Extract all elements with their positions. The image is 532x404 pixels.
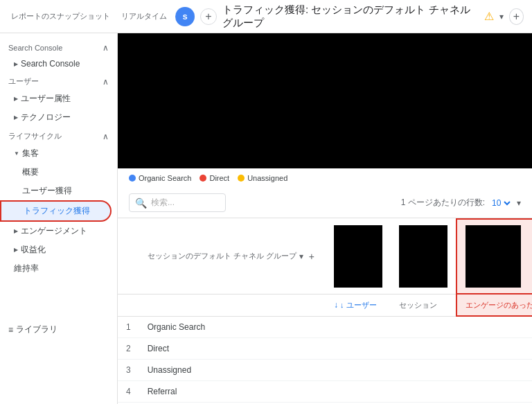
realtime-button[interactable]: リアルタイム <box>118 10 170 23</box>
table-row: 2 Direct <box>118 337 532 359</box>
row-sessions-3 <box>391 359 456 380</box>
row-channel-4: Referral <box>139 380 326 402</box>
row-engaged-1 <box>456 316 532 337</box>
col-channel-header[interactable]: セッションのデフォルト チャネル グループ ▾ + <box>139 219 326 294</box>
table-row: 4 Referral <box>118 380 532 402</box>
page-size-select[interactable]: 10 25 50 <box>489 197 513 209</box>
user-section-chevron-icon: ∧ <box>103 77 109 87</box>
row-users-1 <box>326 316 391 337</box>
top-bar: レポートのスナップショット リアルタイム s + トラフィック獲得: セッション… <box>0 0 532 33</box>
legend-organic-search: Organic Search <box>129 174 191 182</box>
row-sessions-1 <box>391 316 456 337</box>
user-section[interactable]: ユーザー ∧ <box>0 72 117 89</box>
sidebar-item-overview[interactable]: 概要 <box>0 163 112 182</box>
legend-dot-organic <box>129 175 136 182</box>
filter-row: 🔍 検索... 1 ページあたりの行数: 10 25 50 ▾ <box>118 188 532 218</box>
table-wrapper: セッションのデフォルト チャネル グループ ▾ + <box>118 218 532 404</box>
table-row: 1 Organic Search <box>118 316 532 337</box>
main-layout: Search Console ∧ Search Console ユーザー ∧ ユ… <box>0 33 532 404</box>
col-users-header[interactable] <box>326 219 391 294</box>
sidebar-item-retention[interactable]: 維持率 <box>0 259 112 278</box>
page-title: トラフィック獲得: セッションのデフォルト チャネル グループ ⚠ ▾ + <box>222 3 524 30</box>
row-num-4: 4 <box>118 380 139 402</box>
sidebar-item-engagement[interactable]: エンゲージメント <box>0 222 112 240</box>
search-console-section[interactable]: Search Console ∧ <box>0 39 117 55</box>
col-sessions-header[interactable] <box>391 219 456 294</box>
chart-legend: Organic Search Direct Unassigned <box>118 168 532 188</box>
col-users-sort-icon: ↓ <box>334 300 338 310</box>
warning-icon: ⚠ <box>484 10 494 23</box>
top-bar-left: レポートのスナップショット リアルタイム <box>8 10 170 23</box>
col-users-label[interactable]: ↓ ↓ ユーザー <box>326 294 391 316</box>
snapshot-button[interactable]: レポートのスナップショット <box>8 10 113 23</box>
search-console-chevron-icon: ∧ <box>103 43 109 53</box>
page-size-control: 1 ページあたりの行数: 10 25 50 ▾ <box>401 197 521 209</box>
row-sessions-2 <box>391 337 456 359</box>
col-num-header <box>118 219 139 294</box>
row-channel-1: Organic Search <box>139 316 326 337</box>
chart-area <box>118 33 532 168</box>
page-size-chevron-icon: ▾ <box>517 198 521 208</box>
row-engaged-3 <box>456 359 532 380</box>
col-num-sub <box>118 294 139 316</box>
col-channel-chevron-icon: ▾ <box>299 252 303 261</box>
sidebar-item-user-acquisition[interactable]: ユーザー獲得 <box>0 182 112 200</box>
row-num-1: 1 <box>118 316 139 337</box>
content-area: Organic Search Direct Unassigned 🔍 検索...… <box>118 33 532 404</box>
table-row: 3 Unassigned <box>118 359 532 380</box>
sidebar-item-library[interactable]: ≡ ライブラリ <box>0 319 117 340</box>
row-num-2: 2 <box>118 337 139 359</box>
row-users-2 <box>326 337 391 359</box>
row-num-3: 3 <box>118 359 139 380</box>
row-channel-3: Unassigned <box>139 359 326 380</box>
legend-dot-unassigned <box>238 175 245 182</box>
row-engaged-4 <box>456 380 532 402</box>
row-users-4 <box>326 380 391 402</box>
add-view-button[interactable]: + <box>509 8 524 25</box>
row-users-3 <box>326 359 391 380</box>
legend-direct: Direct <box>200 174 229 182</box>
sidebar-item-traffic-acquisition[interactable]: トラフィック獲得 <box>0 200 112 222</box>
avatar[interactable]: s <box>175 7 195 26</box>
sidebar-item-user-attr[interactable]: ユーザー属性 <box>0 89 112 108</box>
legend-dot-direct <box>200 175 206 182</box>
col-engaged-sessions-header[interactable] <box>456 219 532 294</box>
legend-unassigned: Unassigned <box>238 174 287 182</box>
sidebar: Search Console ∧ Search Console ユーザー ∧ ユ… <box>0 33 118 404</box>
col-sessions-label[interactable]: セッション <box>391 294 456 316</box>
data-table: セッションのデフォルト チャネル グループ ▾ + <box>118 218 532 404</box>
search-icon: 🔍 <box>135 197 147 209</box>
lifecycle-chevron-icon: ∧ <box>103 132 109 141</box>
title-chevron-icon[interactable]: ▾ <box>499 12 504 21</box>
sidebar-item-technology[interactable]: テクノロジー <box>0 108 112 127</box>
add-tab-button[interactable]: + <box>200 8 217 25</box>
add-column-button[interactable]: + <box>306 251 317 262</box>
sidebar-item-search-console[interactable]: Search Console <box>0 55 112 72</box>
col-channel-sub <box>139 294 326 316</box>
sidebar-item-acquisition[interactable]: 集客 <box>0 144 112 163</box>
library-icon: ≡ <box>8 325 13 335</box>
lifecycle-section[interactable]: ライフサイクル ∧ <box>0 127 117 144</box>
col-engaged-sessions-label[interactable]: エンゲージのあったセッション数 <box>456 294 532 316</box>
row-channel-2: Direct <box>139 337 326 359</box>
row-sessions-4 <box>391 380 456 402</box>
sidebar-item-monetization[interactable]: 収益化 <box>0 240 112 259</box>
search-box[interactable]: 🔍 検索... <box>129 193 226 212</box>
row-engaged-2 <box>456 337 532 359</box>
